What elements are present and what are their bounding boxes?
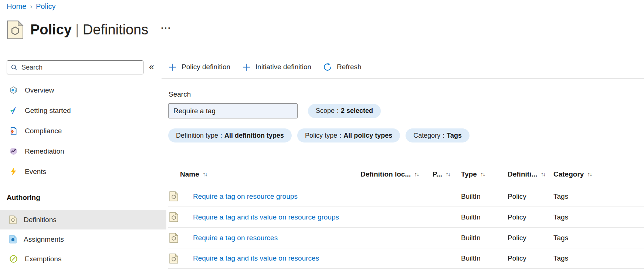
- pill-value: All policy types: [343, 132, 392, 140]
- button-label: Refresh: [337, 63, 362, 71]
- sidebar-search-input[interactable]: [21, 64, 132, 71]
- sidebar-item-label: Getting started: [25, 107, 71, 115]
- category-cell: Tags: [553, 254, 644, 262]
- sidebar-nav: Overview Getting started Compliance: [0, 80, 166, 269]
- filter-row-2: Definition type : All definition types P…: [168, 128, 470, 142]
- sidebar-item-getting-started[interactable]: Getting started: [0, 100, 166, 121]
- definition-type-filter-pill[interactable]: Definition type : All definition types: [168, 128, 292, 142]
- exemptions-icon: [9, 255, 18, 263]
- pill-value: All definition types: [224, 132, 284, 140]
- policy-doc-icon: [169, 233, 178, 243]
- sort-icon: ↑↓: [587, 171, 592, 178]
- toolbar-divider: [162, 78, 644, 79]
- definition-link[interactable]: Require a tag on resource groups: [193, 192, 298, 201]
- initiative-definition-button[interactable]: Initiative definition: [242, 63, 311, 71]
- sidebar-item-assignments[interactable]: Assignments: [0, 229, 166, 249]
- sort-icon: ↑↓: [414, 171, 418, 178]
- search-field-label: Search: [169, 90, 191, 98]
- column-header-definition-location[interactable]: Definition loc...↑↓: [360, 170, 433, 178]
- sidebar-search-box[interactable]: [7, 60, 143, 74]
- sidebar-item-compliance[interactable]: Compliance: [0, 121, 166, 141]
- name-cell: Require a tag on resource groups: [168, 191, 360, 201]
- compliance-icon: [9, 127, 18, 135]
- column-header-policies[interactable]: P...↑↓: [433, 170, 461, 178]
- remediation-icon: [9, 147, 18, 155]
- search-icon: [11, 64, 18, 71]
- policy-doc-icon: [7, 20, 24, 40]
- add-icon: [242, 63, 251, 71]
- policy-type-filter-pill[interactable]: Policy type : All policy types: [297, 128, 400, 142]
- policy-definition-button[interactable]: Policy definition: [168, 63, 230, 71]
- sidebar-authoring-nav: Definitions Assignments Exemptions: [0, 210, 166, 269]
- sidebar-item-overview[interactable]: Overview: [0, 80, 166, 100]
- collapse-sidebar-icon[interactable]: «: [149, 61, 154, 72]
- button-label: Policy definition: [182, 63, 230, 71]
- name-cell: Require a tag and its value on resources: [168, 254, 360, 264]
- definition-link[interactable]: Require a tag on resources: [193, 234, 278, 242]
- type-cell: BuiltIn: [461, 254, 508, 262]
- sidebar-item-label: Compliance: [25, 127, 62, 135]
- sidebar-item-label: Assignments: [24, 235, 64, 244]
- more-icon[interactable]: ···: [161, 23, 171, 34]
- refresh-icon: [323, 63, 332, 71]
- command-bar: Policy definition Initiative definition …: [168, 59, 362, 75]
- sidebar-item-events[interactable]: Events: [0, 161, 166, 182]
- definition-link[interactable]: Require a tag and its value on resources: [193, 254, 319, 262]
- category-filter-pill[interactable]: Category : Tags: [406, 128, 470, 142]
- overview-icon: [9, 86, 18, 94]
- sort-icon: ↑↓: [540, 171, 545, 178]
- filter-row-1: Scope : 2 selected: [168, 103, 381, 118]
- column-header-type[interactable]: Type↑↓: [461, 170, 508, 178]
- sidebar-item-label: Events: [25, 168, 46, 176]
- table-row: Require a tag and its value on resource …: [168, 207, 644, 227]
- button-label: Initiative definition: [255, 63, 311, 71]
- column-header-definition-type[interactable]: Definiti...↑↓: [508, 170, 553, 178]
- definition-link[interactable]: Require a tag and its value on resource …: [193, 213, 339, 221]
- pill-separator: :: [443, 132, 444, 140]
- chevron-right-icon: ›: [30, 3, 32, 10]
- name-cell: Require a tag on resources: [168, 233, 360, 243]
- name-cell: Require a tag and its value on resource …: [168, 212, 360, 222]
- category-cell: Tags: [553, 234, 644, 242]
- table-row: Require a tag on resources BuiltIn Polic…: [168, 227, 644, 248]
- refresh-button[interactable]: Refresh: [323, 63, 362, 71]
- type-cell: BuiltIn: [461, 192, 508, 201]
- column-header-name[interactable]: Name↑↓: [168, 170, 360, 178]
- sidebar-item-label: Overview: [25, 86, 54, 94]
- sidebar-item-label: Definitions: [24, 216, 57, 224]
- sidebar-item-remediation[interactable]: Remediation: [0, 141, 166, 161]
- sort-icon: ↑↓: [480, 171, 485, 178]
- sidebar: « Overview Getting started: [0, 52, 166, 275]
- pill-label: Policy type: [305, 132, 337, 140]
- sidebar-item-exemptions[interactable]: Exemptions: [0, 249, 166, 269]
- sidebar-section-authoring: Authoring: [0, 192, 166, 203]
- breadcrumb-home-link[interactable]: Home: [7, 2, 26, 11]
- definition-type-cell: Policy: [508, 234, 553, 242]
- pill-label: Scope: [316, 107, 335, 115]
- policy-doc-icon: [169, 254, 178, 264]
- sidebar-item-definitions[interactable]: Definitions: [0, 210, 166, 229]
- policy-doc-icon: [169, 212, 178, 222]
- assignments-icon: [9, 235, 17, 244]
- column-header-category[interactable]: Category↑↓: [553, 170, 644, 178]
- definitions-table: Name↑↓ Definition loc...↑↓ P...↑↓ Type↑↓…: [168, 163, 644, 269]
- table-row: Require a tag on resource groups BuiltIn…: [168, 186, 644, 207]
- definition-search-input[interactable]: [168, 103, 298, 118]
- add-icon: [168, 63, 177, 71]
- scope-filter-pill[interactable]: Scope : 2 selected: [308, 104, 381, 118]
- sidebar-item-label: Remediation: [25, 147, 64, 155]
- sidebar-item-label: Exemptions: [25, 255, 61, 263]
- definition-type-cell: Policy: [508, 254, 553, 262]
- type-cell: BuiltIn: [461, 213, 508, 221]
- policy-doc-icon: [169, 191, 178, 201]
- pill-separator: :: [339, 132, 341, 140]
- table-row: Require a tag and its value on resources…: [168, 248, 644, 269]
- category-cell: Tags: [553, 213, 644, 221]
- pill-value: 2 selected: [341, 107, 373, 115]
- sort-icon: ↑↓: [203, 171, 207, 178]
- pill-separator: :: [337, 107, 339, 115]
- pill-label: Category: [413, 132, 440, 140]
- table-header-row: Name↑↓ Definition loc...↑↓ P...↑↓ Type↑↓…: [168, 163, 644, 186]
- breadcrumb-policy-link[interactable]: Policy: [36, 2, 55, 11]
- definition-type-cell: Policy: [508, 213, 553, 221]
